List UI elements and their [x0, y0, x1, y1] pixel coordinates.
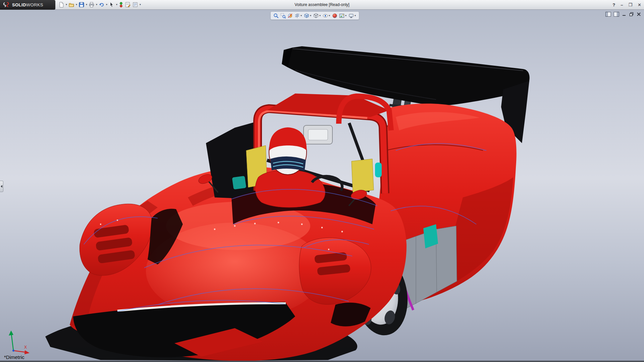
view-planes-button[interactable]: ▾: [294, 12, 302, 19]
solidworks-logo: SOLIDWORKS: [0, 0, 55, 10]
rearview-mirror-box: [304, 125, 332, 144]
zoom-to-area-button[interactable]: [280, 13, 286, 18]
brand-text: SOLIDWORKS: [12, 2, 43, 7]
help-button[interactable]: ?: [612, 2, 615, 7]
select-dropdown[interactable]: ▾: [116, 1, 118, 8]
print-dropdown[interactable]: ▾: [96, 1, 98, 8]
main-toolbar: ▾ ▾ ▾ ▾: [58, 1, 141, 8]
view-settings-icon: [348, 13, 354, 18]
doc-window-controls: [605, 12, 641, 17]
options-dropdown[interactable]: ▾: [139, 1, 141, 8]
orientation-triad[interactable]: X: [2, 327, 34, 355]
view-planes-dropdown[interactable]: ▾: [300, 12, 302, 19]
x-axis-label: X: [24, 345, 27, 350]
undo-dropdown[interactable]: ▾: [106, 1, 108, 8]
feature-pane-icon[interactable]: [605, 12, 611, 17]
graphics-area: ▾ ▾ ▾ ▾: [0, 10, 644, 361]
display-style-button[interactable]: ▾: [313, 12, 321, 19]
view-orientation-button[interactable]: ▾: [304, 12, 312, 19]
zoom-to-fit-icon: [273, 13, 279, 18]
heads-up-view-toolbar: ▾ ▾ ▾ ▾: [270, 11, 359, 20]
new-document-button[interactable]: [58, 1, 65, 8]
restore-button[interactable]: ❐: [628, 2, 632, 7]
edit-appearance-button[interactable]: [332, 13, 337, 18]
open-folder-button[interactable]: [68, 1, 75, 8]
feature-panel-collapse-tab[interactable]: [0, 181, 3, 192]
undo-icon: [99, 2, 105, 8]
file-properties-button[interactable]: [124, 1, 131, 8]
teal-accent-left: [232, 176, 247, 190]
driver-torso: [255, 170, 325, 207]
brand-solid: SOLID: [12, 2, 26, 7]
solidworks-logo-icon: [3, 1, 10, 8]
hide-show-items-icon: [323, 13, 328, 18]
view-settings-button[interactable]: ▾: [348, 12, 356, 19]
display-pane-icon[interactable]: [613, 12, 619, 17]
hide-show-items-button[interactable]: ▾: [323, 12, 330, 19]
window-controls: ? – ❐ ✕: [612, 0, 641, 10]
apply-scene-icon: [339, 13, 344, 18]
rebuild-button[interactable]: [118, 1, 124, 8]
print-icon: [89, 2, 95, 8]
z-axis-origin: [12, 350, 14, 352]
3d-viewport[interactable]: [0, 10, 644, 361]
new-dropdown[interactable]: ▾: [65, 1, 67, 8]
open-dropdown[interactable]: ▾: [75, 1, 77, 8]
minimize-button[interactable]: –: [621, 2, 623, 7]
close-button[interactable]: ✕: [638, 2, 641, 7]
save-button[interactable]: [78, 1, 85, 8]
zoom-to-area-icon: [280, 13, 286, 18]
yellow-panel-right: [352, 159, 374, 192]
y-axis-arrow: [9, 330, 13, 336]
view-orientation-icon: [304, 13, 309, 18]
edit-appearance-icon: [332, 13, 337, 18]
document-options-button[interactable]: [132, 1, 139, 8]
view-orientation-dropdown[interactable]: ▾: [310, 12, 312, 19]
display-style-icon: [313, 13, 319, 18]
save-dropdown[interactable]: ▾: [86, 1, 88, 8]
section-view-button[interactable]: [287, 13, 293, 18]
driver-helmet: [269, 127, 307, 175]
save-icon: [78, 2, 85, 8]
view-planes-icon: [294, 13, 300, 18]
view-orientation-label: *Dimetric: [4, 354, 24, 360]
rebuild-lights-icon: [119, 2, 123, 8]
doc-restore-icon[interactable]: [629, 12, 634, 17]
file-properties-icon: [125, 2, 131, 8]
new-document-icon: [58, 2, 64, 8]
document-options-icon: [132, 2, 138, 8]
teal-accent-right: [375, 163, 382, 177]
collapse-arrow-icon: [1, 185, 2, 188]
status-strip: [0, 361, 644, 362]
print-button[interactable]: [88, 1, 95, 8]
doc-minimize-icon[interactable]: [622, 12, 627, 17]
apply-scene-dropdown[interactable]: ▾: [345, 12, 347, 19]
undo-button[interactable]: [98, 1, 105, 8]
section-view-icon: [287, 13, 293, 18]
x-axis-arrow: [24, 350, 30, 354]
hide-show-dropdown[interactable]: ▾: [328, 12, 330, 19]
brand-works: WORKS: [26, 2, 43, 7]
select-cursor-icon: [109, 2, 115, 8]
view-settings-dropdown[interactable]: ▾: [354, 12, 356, 19]
title-bar: SOLIDWORKS ▾ ▾ ▾: [0, 0, 644, 10]
display-style-dropdown[interactable]: ▾: [319, 12, 321, 19]
apply-scene-button[interactable]: ▾: [339, 12, 347, 19]
zoom-to-fit-button[interactable]: [273, 13, 279, 18]
open-folder-icon: [68, 2, 74, 8]
doc-close-icon[interactable]: [636, 12, 641, 17]
select-button[interactable]: [108, 1, 115, 8]
